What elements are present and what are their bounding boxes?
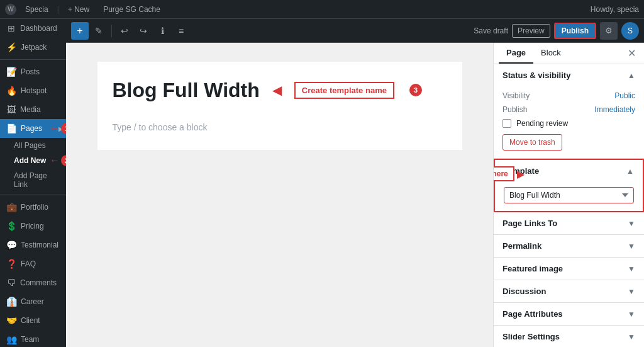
list-view-button[interactable]: ≡ [172, 22, 190, 40]
publish-button[interactable]: Publish [554, 23, 596, 39]
save-draft-button[interactable]: Save draft [474, 26, 508, 35]
annotation-arrow-1: ← [50, 123, 60, 134]
info-button[interactable]: ℹ [153, 22, 171, 40]
sidebar-divider [0, 59, 66, 60]
sidebar-item-portfolio[interactable]: 💼 Portfolio [0, 198, 66, 217]
add-block-button[interactable]: + [71, 22, 89, 40]
jetpack-icon: ⚡ [6, 42, 17, 52]
sidebar-item-label: Hotspot [21, 86, 47, 95]
page-title[interactable]: Blog Full Width [113, 79, 260, 102]
sidebar-item-pricing[interactable]: 💲 Pricing [0, 217, 66, 236]
purge-cache-btn[interactable]: Purge SG Cache [98, 5, 165, 14]
tab-block[interactable]: Block [533, 43, 569, 64]
sidebar-item-label: Portfolio [21, 203, 48, 212]
sidebar-item-label: FAQ [21, 259, 36, 268]
chevron-up-icon: ▲ [628, 71, 635, 80]
status-visibility-label: Status & visibility [502, 71, 570, 80]
sidebar-item-team[interactable]: 👥 Team [0, 330, 66, 347]
create-template-annotation: Create template name [294, 82, 394, 99]
status-visibility-header[interactable]: Status & visibility ▲ [494, 64, 644, 86]
tools-button[interactable]: ✎ [90, 22, 108, 40]
select-template-arrow: ▶ [517, 168, 525, 180]
permalink-header[interactable]: Permalink ▼ [494, 235, 644, 257]
sidebar-item-posts[interactable]: 📝 Posts [0, 62, 66, 81]
sidebar-item-media[interactable]: 🖼 Media [0, 100, 66, 119]
page-links-chevron-icon: ▼ [628, 219, 635, 228]
page-attributes-label: Page Attributes [502, 309, 563, 319]
list-icon: ≡ [179, 26, 184, 36]
page-title-block[interactable]: Blog Full Width ◀ Create template name 3 [97, 62, 462, 112]
sidebar-item-career[interactable]: 👔 Career [0, 292, 66, 311]
sidebar-item-jetpack[interactable]: ⚡ Jetpack [0, 38, 66, 57]
featured-image-header[interactable]: Featured image ▼ [494, 258, 644, 280]
sidebar-item-label: Testimonial [21, 241, 58, 249]
media-icon: 🖼 [6, 105, 16, 115]
sidebar-item-label: Media [20, 105, 41, 114]
sidebar-item-label: Posts [21, 67, 40, 76]
site-name[interactable]: Specia [20, 5, 53, 14]
sidebar-item-dashboard[interactable]: ⊞ Dashboard [0, 19, 66, 38]
annotation-arrow-2: ← [50, 155, 60, 166]
toolbar-actions: Save draft Preview Publish ⚙ S [474, 22, 639, 40]
sidebar-item-label: Team [21, 335, 39, 344]
redo-button[interactable]: ↪ [135, 22, 152, 40]
sidebar-item-comments[interactable]: 🗨 Comments [0, 273, 66, 292]
title-annotation-arrow: ◀ [272, 82, 282, 98]
block-placeholder: Type / to choose a block [113, 122, 208, 132]
move-to-trash-button[interactable]: Move to trash [502, 134, 562, 151]
publish-label: Publish [502, 105, 527, 114]
sidebar-item-label: Dashboard [20, 24, 57, 33]
testimonial-icon: 💬 [6, 240, 17, 250]
undo-button[interactable]: ↩ [116, 22, 133, 40]
hotspot-icon: 🔥 [6, 86, 17, 96]
sidebar-item-client[interactable]: 🤝 Client [0, 311, 66, 330]
publish-value[interactable]: Immediately [594, 105, 635, 114]
visibility-value[interactable]: Public [614, 91, 635, 100]
permalink-chevron-icon: ▼ [628, 242, 635, 251]
discussion-header[interactable]: Discussion ▼ [494, 280, 644, 302]
sidebar-item-label: Pricing [21, 222, 44, 230]
panel-close-button[interactable]: ✕ [624, 46, 639, 61]
featured-image-label: Featured image [502, 264, 563, 273]
panel-tabs: Page Block ✕ [494, 43, 644, 64]
template-body: Blog Full Width Default Template Full Wi… [495, 182, 643, 211]
preview-button[interactable]: Preview [512, 24, 550, 38]
discussion-label: Discussion [502, 287, 546, 296]
plus-icon: + [77, 25, 82, 37]
new-label: + New [68, 5, 89, 14]
page-links-header[interactable]: Page Links To ▼ [494, 212, 644, 234]
pending-review-checkbox[interactable] [502, 119, 511, 128]
sidebar-item-hotspot[interactable]: 🔥 Hotspot [0, 81, 66, 100]
sidebar-sub-add-page-link[interactable]: Add Page Link [0, 168, 66, 192]
permalink-label: Permalink [502, 241, 541, 251]
new-content-btn[interactable]: + New [63, 5, 94, 14]
redo-icon: ↪ [140, 26, 147, 36]
page-content-block[interactable]: Type / to choose a block [97, 112, 462, 150]
sidebar-item-faq[interactable]: ❓ FAQ [0, 254, 66, 273]
settings-button[interactable]: ⚙ [600, 22, 618, 40]
right-panel: Page Block ✕ Status & visibility ▲ Visib… [493, 43, 644, 347]
pages-icon: 📄 [6, 123, 17, 134]
sidebar-item-testimonial[interactable]: 💬 Testimonial [0, 236, 66, 254]
slider-settings-header[interactable]: Slider Settings ▼ [494, 326, 644, 347]
comments-icon: 🗨 [6, 278, 16, 288]
page-attributes-header[interactable]: Page Attributes ▼ [494, 303, 644, 325]
create-template-label: Create template name [302, 86, 387, 95]
user-avatar[interactable]: S [621, 22, 639, 40]
template-select[interactable]: Blog Full Width Default Template Full Wi… [504, 187, 634, 203]
career-icon: 👔 [6, 297, 17, 307]
tab-page[interactable]: Page [499, 43, 533, 64]
sidebar-item-label: Jetpack [21, 43, 47, 52]
pending-review-label: Pending review [516, 119, 568, 128]
wp-logo-icon: W [5, 4, 16, 15]
dashboard-icon: ⊞ [6, 23, 16, 33]
page-links-label: Page Links To [502, 219, 557, 228]
pencil-icon: ✎ [95, 26, 103, 36]
slider-settings-label: Slider Settings [502, 332, 560, 341]
sidebar-item-label: Career [21, 297, 44, 306]
faq-icon: ❓ [6, 259, 17, 269]
sidebar: ⊞ Dashboard ⚡ Jetpack 📝 Posts 🔥 Hotspot … [0, 19, 66, 347]
permalink-section: Permalink ▼ [494, 235, 644, 258]
slider-settings-section: Slider Settings ▼ [494, 326, 644, 347]
sidebar-sub-all-pages[interactable]: All Pages [0, 138, 66, 153]
